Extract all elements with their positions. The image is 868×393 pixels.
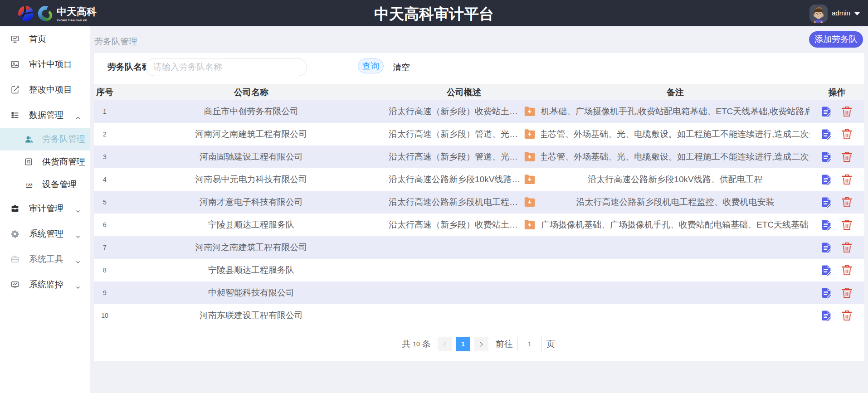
svg-text:123: 123 <box>25 183 32 187</box>
